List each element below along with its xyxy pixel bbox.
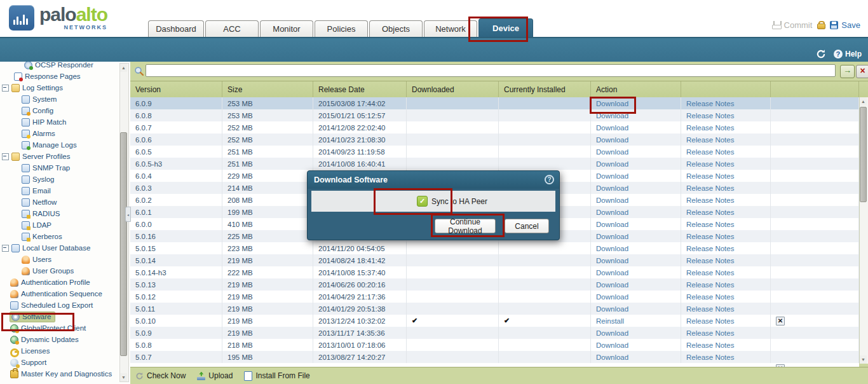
collapse-expander-icon[interactable] <box>2 153 9 160</box>
clear-filter-button[interactable]: × <box>856 65 868 78</box>
reinstall-link[interactable]: Reinstall <box>596 317 624 325</box>
sidebar-collapse-handle[interactable]: ◂ <box>125 207 131 222</box>
download-link[interactable]: Download <box>596 196 628 204</box>
help-button[interactable]: ? Help <box>834 50 862 58</box>
table-row[interactable]: 6.0.9253 MB2015/03/08 17:44:02DownloadRe… <box>130 97 859 109</box>
download-link[interactable]: Download <box>596 160 628 168</box>
download-link[interactable]: Download <box>596 124 628 132</box>
sidebar-item-users[interactable]: Users <box>0 254 119 265</box>
release-notes-link[interactable]: Release Notes <box>686 196 734 204</box>
table-row[interactable]: 6.0.7252 MB2014/12/08 22:02:40DownloadRe… <box>130 121 859 134</box>
continue-download-button[interactable]: Continue Download <box>435 219 496 233</box>
sidebar-item-master-key-and-diagnostics[interactable]: Master Key and Diagnostics <box>0 368 119 380</box>
download-link[interactable]: Download <box>596 353 628 361</box>
download-link[interactable]: Download <box>596 172 628 180</box>
table-row[interactable]: 5.0.12219 MB2014/04/29 21:17:36DownloadR… <box>130 291 859 303</box>
download-link[interactable]: Download <box>596 233 628 240</box>
table-row[interactable]: 5.0.13219 MB2014/06/26 00:20:16DownloadR… <box>130 278 859 291</box>
install-from-file-button[interactable]: Install From File <box>244 371 309 381</box>
collapse-expander-icon[interactable] <box>2 245 9 252</box>
lock-icon[interactable] <box>817 21 825 29</box>
sidebar-item-support[interactable]: Support <box>0 357 119 368</box>
commit-button[interactable]: Commit <box>772 20 813 30</box>
cancel-button[interactable]: Cancel <box>505 219 549 233</box>
check-now-button[interactable]: Check Now <box>135 371 186 380</box>
release-notes-link[interactable]: Release Notes <box>686 184 734 192</box>
sidebar-item-log-settings[interactable]: Log Settings <box>0 82 119 93</box>
release-notes-link[interactable]: Release Notes <box>686 172 734 180</box>
download-link[interactable]: Download <box>596 184 628 192</box>
release-notes-link[interactable]: Release Notes <box>686 148 734 156</box>
sidebar-item-radius[interactable]: RADIUS <box>0 208 119 219</box>
filter-input[interactable] <box>146 64 836 77</box>
sidebar-item-dynamic-updates[interactable]: Dynamic Updates <box>0 334 119 345</box>
release-notes-link[interactable]: Release Notes <box>686 281 734 289</box>
sidebar-item-snmp-trap[interactable]: SNMP Trap <box>0 162 119 174</box>
sidebar-item-licenses[interactable]: Licenses <box>0 345 119 357</box>
release-notes-link[interactable]: Release Notes <box>686 329 734 337</box>
sidebar-item-ldap[interactable]: LDAP <box>0 219 119 231</box>
download-link[interactable]: Download <box>596 281 628 289</box>
tab-device[interactable]: Device <box>478 18 533 37</box>
release-notes-link[interactable]: Release Notes <box>686 257 734 264</box>
download-link[interactable]: Download <box>596 148 628 156</box>
table-row[interactable]: 6.0.5251 MB2014/09/23 11:19:58DownloadRe… <box>130 146 859 158</box>
scroll-up-icon[interactable]: ▲ <box>860 97 867 106</box>
column-header-blank-6[interactable] <box>681 81 771 97</box>
table-row[interactable]: 6.0.6252 MB2014/10/23 21:08:30DownloadRe… <box>130 134 859 146</box>
table-row[interactable]: 5.0.14219 MB2014/08/24 18:41:42DownloadR… <box>130 254 859 266</box>
table-scroll-thumb[interactable] <box>860 107 867 202</box>
download-link[interactable]: Download <box>596 100 628 107</box>
download-link[interactable]: Download <box>596 257 628 264</box>
download-link[interactable]: Download <box>596 293 628 301</box>
sidebar-scrollbar[interactable]: ▲ ▼ <box>119 63 129 382</box>
release-notes-link[interactable]: Release Notes <box>686 317 734 325</box>
dialog-help-icon[interactable]: ? <box>545 175 554 184</box>
table-row[interactable]: 5.0.9219 MB2013/11/17 14:35:36DownloadRe… <box>130 327 859 339</box>
sync-to-ha-peer-checkbox[interactable]: ✓ <box>417 196 428 207</box>
download-link[interactable]: Download <box>596 329 628 337</box>
release-notes-link[interactable]: Release Notes <box>686 293 734 301</box>
scroll-up-icon[interactable]: ▲ <box>120 64 127 72</box>
column-header-blank-7[interactable] <box>771 81 859 97</box>
sidebar-item-kerberos[interactable]: Kerberos <box>0 231 119 242</box>
upload-button[interactable]: Upload <box>197 371 233 380</box>
sidebar-item-response-pages[interactable]: Response Pages <box>0 71 119 82</box>
release-notes-link[interactable]: Release Notes <box>686 233 734 240</box>
download-link[interactable]: Download <box>596 221 628 228</box>
column-header-currently-installed[interactable]: Currently Installed <box>499 81 591 97</box>
table-scrollbar[interactable]: ▲ ▼ <box>859 97 868 364</box>
sidebar-item-hip-match[interactable]: HIP Match <box>0 116 119 128</box>
tab-dashboard[interactable]: Dashboard <box>148 20 204 37</box>
sidebar-item-authentication-profile[interactable]: Authentication Profile <box>0 277 119 288</box>
sidebar-item-scheduled-log-export[interactable]: Scheduled Log Export <box>0 299 119 311</box>
scroll-down-icon[interactable]: ▼ <box>120 373 127 381</box>
download-link[interactable]: Download <box>596 269 628 277</box>
download-link[interactable]: Download <box>596 209 628 216</box>
save-button[interactable]: Save <box>830 20 860 30</box>
release-notes-link[interactable]: Release Notes <box>686 112 734 120</box>
column-header-action[interactable]: Action <box>591 81 681 97</box>
refresh-icon[interactable] <box>816 49 826 59</box>
sidebar-item-alarms[interactable]: Alarms <box>0 128 119 139</box>
release-notes-link[interactable]: Release Notes <box>686 124 734 132</box>
download-link[interactable]: Download <box>596 341 628 349</box>
sidebar-item-software[interactable]: Software <box>0 311 119 322</box>
table-row[interactable]: 5.0.7195 MB2013/08/27 14:20:27DownloadRe… <box>130 351 859 363</box>
sidebar-item-server-profiles[interactable]: Server Profiles <box>0 151 119 162</box>
table-row[interactable]: 5.0.15223 MB2014/11/20 04:54:05DownloadR… <box>130 242 859 254</box>
column-header-size[interactable]: Size <box>222 81 313 97</box>
release-notes-link[interactable]: Release Notes <box>686 136 734 144</box>
sidebar-item-globalprotect-client[interactable]: GlobalProtect Client <box>0 322 119 334</box>
release-notes-link[interactable]: Release Notes <box>686 221 734 228</box>
sidebar-item-authentication-sequence[interactable]: Authentication Sequence <box>0 288 119 299</box>
apply-filter-button[interactable]: → <box>840 65 855 78</box>
release-notes-link[interactable]: Release Notes <box>686 353 734 361</box>
sidebar-scroll-thumb[interactable] <box>120 132 127 356</box>
release-notes-link[interactable]: Release Notes <box>686 341 734 349</box>
column-header-release-date[interactable]: Release Date <box>313 81 407 97</box>
release-notes-link[interactable]: Release Notes <box>686 245 734 252</box>
table-row[interactable]: 5.0.10219 MB2013/12/24 10:32:02✔✔Reinsta… <box>130 315 859 327</box>
download-link[interactable]: Download <box>596 305 628 313</box>
table-row[interactable]: 6.0.8253 MB2015/01/21 05:12:57DownloadRe… <box>130 109 859 121</box>
